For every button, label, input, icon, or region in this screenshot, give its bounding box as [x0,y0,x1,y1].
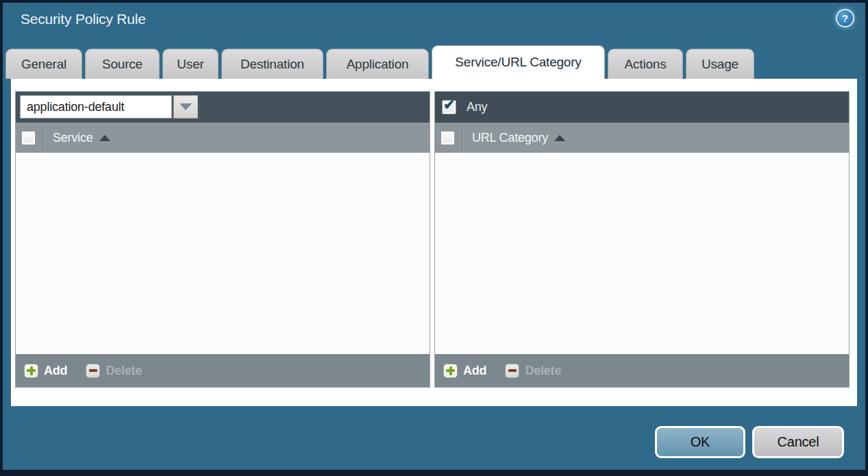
add-url-category-label: Add [463,364,486,378]
delete-url-category-label: Delete [525,364,561,378]
add-service-label: Add [44,364,67,378]
tab-user[interactable]: User [162,49,219,79]
service-grid-footer: Add Delete [16,354,430,387]
service-panel: application-default Service Add [15,91,430,388]
help-icon[interactable]: ? [836,9,854,27]
sort-asc-icon [99,135,110,141]
tab-actions[interactable]: Actions [608,49,683,79]
delete-icon [505,364,519,378]
url-category-panel-toolbar: Any [435,92,849,123]
ok-button[interactable]: OK [655,426,745,458]
sort-asc-icon [554,135,565,141]
service-panel-toolbar: application-default [16,92,430,123]
delete-icon [86,364,100,378]
service-type-dropdown[interactable]: application-default [20,95,198,118]
any-label: Any [467,100,487,114]
tab-bar: General Source User Destination Applicat… [5,45,754,79]
select-all-services-checkbox[interactable] [21,131,36,145]
any-checkbox[interactable] [442,100,456,114]
dropdown-arrow-button[interactable] [173,95,198,118]
tab-general[interactable]: General [5,49,82,79]
url-category-column-header[interactable]: URL Category [472,131,548,145]
cancel-button[interactable]: Cancel [752,426,844,458]
url-category-grid-footer: Add Delete [435,354,849,387]
select-all-url-categories-checkbox[interactable] [441,131,455,145]
tab-usage[interactable]: Usage [686,49,754,79]
delete-service-label: Delete [106,364,142,378]
service-type-dropdown-value[interactable]: application-default [20,95,172,118]
column-divider [462,123,463,153]
url-category-grid-header: URL Category [435,123,849,153]
url-category-panel: Any URL Category Add Delete [434,91,850,388]
chevron-down-icon [179,103,192,110]
add-icon [443,364,458,378]
service-grid-header: Service [16,123,430,153]
service-column-header[interactable]: Service [53,131,93,145]
add-url-category-button[interactable]: Add [443,364,486,378]
service-list[interactable] [16,153,430,354]
security-policy-rule-dialog: Security Policy Rule ? General Source Us… [0,0,868,476]
tab-application[interactable]: Application [326,49,429,79]
delete-service-button[interactable]: Delete [86,364,142,378]
column-divider [43,123,44,153]
tab-source[interactable]: Source [85,49,160,79]
url-category-list[interactable] [435,153,849,354]
tab-content-area: application-default Service Add [11,79,857,406]
tab-service-url-category[interactable]: Service/URL Category [432,45,605,79]
add-icon [24,364,38,378]
tab-destination[interactable]: Destination [221,49,323,79]
dialog-title: Security Policy Rule [21,11,146,27]
delete-url-category-button[interactable]: Delete [505,364,561,378]
add-service-button[interactable]: Add [24,364,67,378]
